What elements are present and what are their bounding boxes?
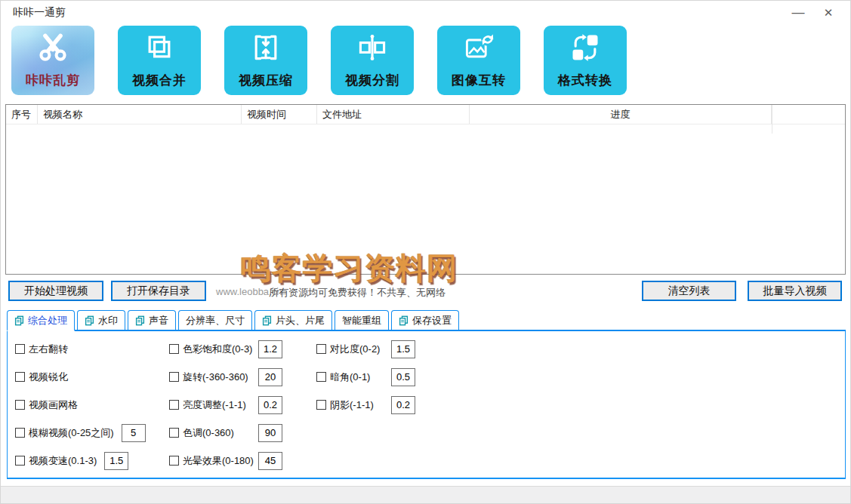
setting-row[interactable]: 旋转(-360-360) bbox=[169, 368, 282, 386]
column-header: 序号 bbox=[6, 105, 38, 124]
checkbox[interactable] bbox=[15, 456, 25, 466]
setting-value-input[interactable] bbox=[391, 368, 415, 386]
setting-row[interactable]: 视频锐化 bbox=[15, 368, 146, 386]
tool-button[interactable]: 视频压缩 bbox=[224, 26, 307, 95]
tool-button-label: 咔咔乱剪 bbox=[26, 72, 80, 89]
tab[interactable]: 片头、片尾 bbox=[254, 310, 332, 330]
setting-label: 色调(0-360) bbox=[183, 426, 258, 440]
tool-button-label: 格式转换 bbox=[558, 72, 612, 89]
scissors-icon bbox=[11, 31, 94, 64]
setting-value-input[interactable] bbox=[391, 396, 415, 414]
tab[interactable]: 声音 bbox=[128, 310, 176, 330]
checkbox[interactable] bbox=[169, 400, 179, 410]
tool-button-label: 视频分割 bbox=[345, 72, 399, 89]
tab-label: 片头、片尾 bbox=[276, 314, 325, 327]
setting-label: 旋转(-360-360) bbox=[183, 370, 258, 384]
split-icon bbox=[331, 31, 414, 64]
setting-label: 阴影(-1-1) bbox=[330, 398, 391, 412]
setting-row[interactable]: 阴影(-1-1) bbox=[316, 396, 415, 413]
setting-label: 模糊视频(0-25之间) bbox=[29, 426, 114, 440]
setting-label: 色彩饱和度(0-3) bbox=[183, 343, 258, 356]
setting-value-input[interactable] bbox=[122, 424, 146, 442]
setting-label: 视频画网格 bbox=[29, 398, 78, 412]
setting-row[interactable]: 视频画网格 bbox=[15, 396, 146, 413]
setting-value-input[interactable] bbox=[258, 340, 282, 358]
tab[interactable]: 保存设置 bbox=[391, 310, 459, 330]
checkbox[interactable] bbox=[316, 372, 326, 382]
tab-label: 保存设置 bbox=[412, 314, 452, 327]
checkbox[interactable] bbox=[169, 344, 179, 354]
checkbox[interactable] bbox=[15, 344, 25, 354]
clear-list-button[interactable]: 清空列表 bbox=[642, 281, 736, 301]
copy-icon bbox=[262, 315, 272, 326]
app-window: 咔咔一通剪 — ✕ 咔咔乱剪 视频合并 视频压缩 视频分割 bbox=[0, 0, 851, 504]
setting-row[interactable]: 色调(0-360) bbox=[169, 424, 282, 441]
tab[interactable]: 水印 bbox=[77, 310, 125, 330]
merge-icon bbox=[118, 31, 201, 64]
tool-button[interactable]: 图像互转 bbox=[437, 26, 520, 95]
settings-column-3: 对比度(0-2) 暗角(0-1) 阴影(-1-1) bbox=[316, 340, 415, 424]
tool-button[interactable]: 视频分割 bbox=[331, 26, 414, 95]
compress-icon bbox=[224, 31, 307, 64]
setting-row[interactable]: 光晕效果(0-180) bbox=[169, 452, 282, 469]
setting-row[interactable]: 模糊视频(0-25之间) bbox=[15, 424, 146, 441]
checkbox[interactable] bbox=[15, 400, 25, 410]
free-resources-notice: 所有资源均可免费获得！不共享、无网络 bbox=[269, 286, 446, 300]
tool-button[interactable]: 格式转换 bbox=[544, 26, 627, 95]
setting-value-input[interactable] bbox=[391, 340, 415, 358]
setting-value-input[interactable] bbox=[258, 424, 282, 442]
titlebar: 咔咔一通剪 — ✕ bbox=[1, 1, 850, 25]
status-bar bbox=[1, 486, 850, 503]
close-icon[interactable]: ✕ bbox=[816, 2, 841, 23]
checkbox[interactable] bbox=[15, 428, 25, 438]
tool-button-label: 视频合并 bbox=[132, 72, 187, 89]
checkbox[interactable] bbox=[316, 400, 326, 410]
setting-row[interactable]: 暗角(0-1) bbox=[316, 368, 415, 386]
tool-button[interactable]: 咔咔乱剪 bbox=[11, 26, 94, 95]
setting-row[interactable]: 视频变速(0.1-3) bbox=[15, 452, 146, 469]
checkbox[interactable] bbox=[169, 372, 179, 382]
column-header: 进度 bbox=[470, 105, 772, 124]
image-convert-icon bbox=[437, 31, 520, 64]
tab-label: 综合处理 bbox=[28, 314, 67, 327]
setting-label: 视频变速(0.1-3) bbox=[29, 454, 97, 468]
setting-value-input[interactable] bbox=[104, 452, 128, 470]
settings-column-2: 色彩饱和度(0-3) 旋转(-360-360) 亮度调整(-1-1) bbox=[169, 340, 282, 480]
tool-button-label: 视频压缩 bbox=[239, 72, 293, 89]
open-save-directory-button[interactable]: 打开保存目录 bbox=[111, 281, 206, 301]
tool-button[interactable]: 视频合并 bbox=[118, 26, 201, 95]
checkbox[interactable] bbox=[15, 372, 25, 382]
settings-column-1: 左右翻转 视频锐化 视频画网格 模糊视频(0-25之间) bbox=[15, 340, 146, 480]
column-divider bbox=[772, 105, 772, 134]
table-header-row: 序号 视频名称 视频时间 文件地址 进度 bbox=[6, 105, 845, 124]
start-processing-button[interactable]: 开始处理视频 bbox=[8, 281, 103, 301]
setting-label: 亮度调整(-1-1) bbox=[183, 398, 258, 412]
video-list-table[interactable]: 序号 视频名称 视频时间 文件地址 进度 bbox=[5, 104, 846, 275]
column-header: 文件地址 bbox=[317, 105, 470, 124]
settings-panel: 左右翻转 视频锐化 视频画网格 模糊视频(0-25之间) bbox=[7, 331, 846, 479]
setting-value-input[interactable] bbox=[258, 368, 282, 386]
column-header bbox=[772, 105, 845, 124]
settings-tab-bar: 综合处理 水印 声音 分辨率、尺寸 片头、片尾 bbox=[7, 310, 846, 331]
copy-icon bbox=[14, 315, 24, 326]
checkbox[interactable] bbox=[316, 344, 326, 354]
setting-label: 视频锐化 bbox=[29, 370, 68, 384]
window-title: 咔咔一通剪 bbox=[13, 6, 66, 20]
setting-value-input[interactable] bbox=[258, 452, 282, 470]
tab-label: 水印 bbox=[98, 314, 118, 327]
setting-label: 左右翻转 bbox=[29, 343, 68, 356]
setting-row[interactable]: 色彩饱和度(0-3) bbox=[169, 340, 282, 358]
setting-value-input[interactable] bbox=[258, 396, 282, 414]
tab[interactable]: 智能重组 bbox=[335, 310, 389, 330]
format-convert-icon bbox=[544, 31, 627, 64]
tab[interactable]: 综合处理 bbox=[7, 310, 75, 331]
minimize-icon[interactable]: — bbox=[785, 2, 811, 23]
setting-row[interactable]: 对比度(0-2) bbox=[316, 340, 415, 358]
checkbox[interactable] bbox=[169, 428, 179, 438]
tab[interactable]: 分辨率、尺寸 bbox=[178, 310, 252, 330]
batch-import-button[interactable]: 批量导入视频 bbox=[748, 281, 842, 301]
checkbox[interactable] bbox=[169, 456, 179, 466]
tab-label: 智能重组 bbox=[342, 314, 381, 327]
setting-row[interactable]: 亮度调整(-1-1) bbox=[169, 396, 282, 413]
setting-row[interactable]: 左右翻转 bbox=[15, 340, 146, 358]
